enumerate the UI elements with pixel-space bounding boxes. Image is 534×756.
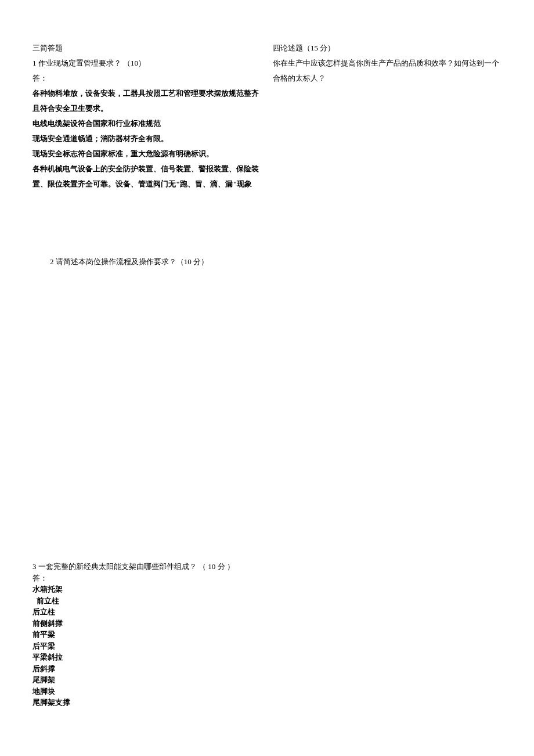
answer-1-paragraph-5: 各种机械电气设备上的安全防护装置、信号装置、警报装置、保险装置、限位装置齐全可靠… xyxy=(33,161,265,192)
q3-item-11: 尾脚架支撑 xyxy=(33,697,265,708)
q3-item-1: 水箱托架 xyxy=(33,584,265,595)
q3-item-4: 前侧斜撑 xyxy=(33,618,265,629)
q3-item-10: 地脚块 xyxy=(33,686,265,697)
question-2-block: 2 请简述本岗位操作流程及操作要求？（10 分） xyxy=(50,254,282,269)
section-three-title: 三简答题 xyxy=(33,41,265,56)
q3-item-2: 前立柱 xyxy=(33,595,265,607)
answer-1-paragraph-1: 各种物料堆放，设备安装，工器具按照工艺和管理要求摆放规范整齐且符合安全卫生要求。 xyxy=(33,86,265,116)
question-2-heading: 2 请简述本岗位操作流程及操作要求？（10 分） xyxy=(50,254,282,269)
q3-item-5: 前平梁 xyxy=(33,629,265,640)
answer-1-paragraph-2: 电线电缆架设符合国家和行业标准规范 xyxy=(33,116,265,131)
q3-item-8: 后斜撑 xyxy=(33,663,265,675)
q3-item-6: 后平梁 xyxy=(33,640,265,652)
section-four-title: 四论述题（15 分） xyxy=(273,41,505,56)
q3-item-9: 尾脚架 xyxy=(33,674,265,686)
question-3-heading: 3 一套完整的新经典太阳能支架由哪些部件组成？ （ 10 分 ） xyxy=(33,561,265,573)
question-3-block: 3 一套完整的新经典太阳能支架由哪些部件组成？ （ 10 分 ） 答： 水箱托架… xyxy=(33,561,265,708)
q3-item-3: 后立柱 xyxy=(33,606,265,618)
question-1-heading: 1 作业现场定置管理要求？ （10） xyxy=(33,56,265,71)
right-column: 四论述题（15 分） 你在生产中应该怎样提高你所生产产品的品质和效率？如何达到一… xyxy=(273,41,505,86)
answer-label-3: 答： xyxy=(33,573,265,584)
answer-label-1: 答： xyxy=(33,71,265,86)
section-four-body: 你在生产中应该怎样提高你所生产产品的品质和效率？如何达到一个合格的太标人？ xyxy=(273,56,505,86)
answer-1-paragraph-3: 现场安全通道畅通；消防器材齐全有限。 xyxy=(33,131,265,146)
left-column: 三简答题 1 作业现场定置管理要求？ （10） 答： 各种物料堆放，设备安装，工… xyxy=(33,41,265,192)
q3-item-7: 平梁斜拉 xyxy=(33,651,265,663)
answer-1-paragraph-4: 现场安全标志符合国家标准，重大危险源有明确标识。 xyxy=(33,146,265,161)
